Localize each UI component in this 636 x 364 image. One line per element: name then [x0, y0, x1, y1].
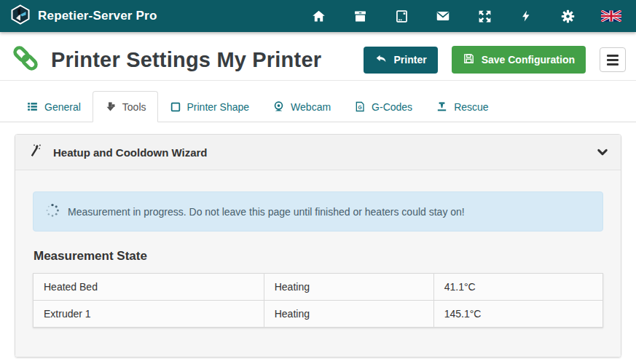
table-row: Heated Bed Heating 41.1°C [34, 274, 603, 301]
magic-wand-icon [27, 143, 42, 161]
heatup-wizard-panel: Heatup and Cooldown Wizard [15, 134, 621, 357]
back-to-printer-button[interactable]: Printer [364, 47, 438, 74]
panel-title: Heatup and Cooldown Wizard [53, 146, 208, 159]
gcode-file-icon: G [354, 100, 366, 113]
brand-label: Repetier-Server Pro [38, 9, 157, 23]
header-actions: Printer Save Configuration [364, 46, 626, 74]
alert-message: Measurement in progress. Do not leave th… [68, 206, 465, 218]
extruder-icon [104, 100, 117, 113]
tab-rescue[interactable]: Rescue [424, 91, 500, 122]
state-cell: Heating [264, 274, 433, 301]
fullscreen-expand-icon[interactable] [476, 8, 492, 24]
repetier-logo-icon [10, 4, 31, 28]
chevron-down-icon[interactable] [596, 146, 609, 159]
tab-label: Webcam [291, 101, 331, 113]
title-wrap: Printer Settings My Printer [10, 43, 321, 76]
measurement-state-table: Heated Bed Heating 41.1°C Extruder 1 Hea… [33, 273, 603, 328]
manual-tablet-icon[interactable] [393, 8, 409, 24]
device-name-cell: Extruder 1 [34, 301, 264, 328]
printer-box-icon[interactable] [352, 8, 368, 24]
tab-webcam[interactable]: Webcam [261, 91, 342, 122]
temperature-cell: 145.1°C [433, 301, 602, 328]
list-icon [26, 100, 39, 113]
tab-tools[interactable]: Tools [93, 91, 158, 122]
settings-tabs: General Tools Printer Shape Webcam [0, 91, 636, 122]
gear-icon[interactable] [560, 8, 576, 24]
panel-body: Measurement in progress. Do not leave th… [15, 170, 621, 357]
top-navbar: Repetier-Server Pro [0, 0, 636, 32]
device-name-cell: Heated Bed [34, 274, 264, 301]
tab-gcodes[interactable]: G G-Codes [342, 91, 424, 122]
tab-label: Printer Shape [187, 101, 250, 113]
mail-icon[interactable] [435, 8, 451, 24]
state-cell: Heating [264, 301, 433, 328]
language-flag-icon[interactable] [601, 8, 621, 24]
chain-link-icon [10, 43, 41, 76]
save-button-label: Save Configuration [482, 54, 575, 66]
navbar-icon-group [310, 8, 626, 24]
measurement-progress-alert: Measurement in progress. Do not leave th… [33, 191, 603, 232]
rescue-nozzle-icon [436, 100, 448, 113]
save-configuration-button[interactable]: Save Configuration [452, 46, 586, 74]
webcam-icon [272, 100, 285, 113]
tab-label: G-Codes [372, 101, 412, 113]
tab-printer-shape[interactable]: Printer Shape [158, 92, 262, 122]
table-row: Extruder 1 Heating 145.1°C [34, 301, 603, 328]
save-floppy-icon [463, 52, 475, 67]
tab-label: Rescue [454, 101, 488, 113]
printer-button-label: Printer [394, 54, 427, 66]
square-outline-icon [170, 101, 181, 113]
tab-label: General [44, 101, 81, 113]
panel-header[interactable]: Heatup and Cooldown Wizard [15, 135, 621, 170]
tab-general[interactable]: General [15, 91, 93, 122]
reply-arrow-icon [374, 53, 388, 67]
page-header: Printer Settings My Printer Printer Save… [0, 32, 636, 81]
measurement-state-heading: Measurement State [34, 249, 603, 264]
bolt-icon[interactable] [518, 8, 534, 24]
brand[interactable]: Repetier-Server Pro [10, 4, 157, 28]
hamburger-menu-button[interactable] [600, 47, 626, 72]
spinner-icon [45, 203, 60, 220]
home-icon[interactable] [310, 8, 326, 24]
page-title: Printer Settings My Printer [51, 48, 321, 72]
temperature-cell: 41.1°C [433, 274, 602, 301]
tab-label: Tools [122, 101, 146, 113]
svg-text:G: G [358, 105, 362, 110]
